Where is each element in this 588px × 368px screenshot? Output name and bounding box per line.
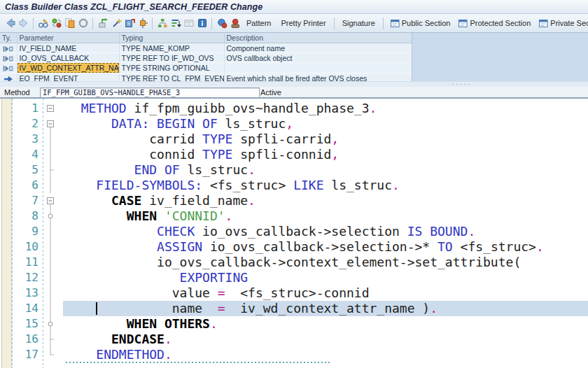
code-line-6[interactable]: 6 FIELD-SYMBOLS: <fs_struc> LIKE ls_stru… bbox=[0, 178, 588, 193]
forward-icon[interactable] bbox=[18, 17, 29, 29]
pattern-wand-icon[interactable] bbox=[110, 17, 122, 29]
line-number: 7 bbox=[13, 193, 38, 208]
code-text: END OF ls_struc. bbox=[66, 162, 255, 178]
description-cell[interactable]: Component name bbox=[224, 43, 412, 53]
code-line-4[interactable]: 4 connid TYPE spfli-connid, bbox=[0, 147, 588, 162]
toolbar-icon-group bbox=[96, 17, 149, 29]
section-icon bbox=[539, 20, 548, 27]
code-line-16[interactable]: 16 ENDCASE. bbox=[0, 332, 588, 347]
column-header-typing[interactable]: Typing bbox=[119, 33, 224, 43]
signature-button[interactable]: Signature bbox=[337, 17, 380, 29]
fold-marker-box[interactable] bbox=[44, 193, 57, 208]
fold-marker-line bbox=[44, 132, 57, 147]
parameter-cell[interactable]: IV_FIELD_NAME bbox=[17, 43, 119, 53]
text-cursor bbox=[96, 302, 97, 315]
back-icon[interactable] bbox=[4, 17, 16, 29]
parameter-row[interactable]: IV_WD_CONTEXT_ATTR_NAMETYPE STRING OPTIO… bbox=[0, 63, 412, 73]
syntax-check-icon[interactable] bbox=[123, 17, 135, 29]
typing-cell[interactable]: TYPE STRING OPTIONAL bbox=[119, 63, 224, 73]
code-line-15[interactable]: 15 WHEN OTHERS. bbox=[0, 316, 588, 332]
line-number: 4 bbox=[13, 147, 38, 162]
description-cell[interactable] bbox=[224, 63, 412, 73]
importing-parameter-icon bbox=[3, 45, 13, 52]
column-header-parameter[interactable]: Parameter bbox=[17, 33, 119, 43]
toolbar-icon-groups bbox=[4, 17, 241, 29]
toolbar-icon-group bbox=[36, 17, 90, 29]
parameter-row[interactable]: IO_OVS_CALLBACKTYPE REF TO IF_WD_OVSOVS … bbox=[0, 53, 412, 63]
application-toolbar: Pattern Pretty Printer Signature Public … bbox=[0, 14, 588, 33]
toolbar-icon-group bbox=[215, 17, 241, 29]
pattern-button[interactable]: Pattern bbox=[241, 17, 276, 29]
protected-section-button[interactable]: Protected Section bbox=[454, 17, 535, 29]
line-number: 3 bbox=[13, 132, 38, 147]
code-text: WHEN 'CONNID'. bbox=[66, 208, 232, 224]
parameter-cell[interactable]: IO_OVS_CALLBACK bbox=[17, 53, 119, 63]
toolbar-icon-group bbox=[4, 17, 30, 29]
fold-marker-line bbox=[44, 239, 57, 255]
method-bar: Method IF_FPM_GUIBB_OVS~HANDLE_PHASE_3 A… bbox=[0, 87, 588, 99]
parameter-row[interactable]: IV_FIELD_NAMETYPE NAME_KOMPComponent nam… bbox=[0, 43, 412, 53]
fold-marker-box[interactable] bbox=[44, 116, 57, 132]
check-objects-icon[interactable] bbox=[50, 17, 62, 29]
split-screen-icon[interactable] bbox=[183, 17, 195, 29]
trace-icon[interactable] bbox=[77, 17, 89, 29]
method-name-field[interactable]: IF_FPM_GUIBB_OVS~HANDLE_PHASE_3 bbox=[40, 87, 260, 98]
dispatch-icon[interactable] bbox=[136, 17, 148, 29]
display-change-icon[interactable] bbox=[37, 17, 49, 29]
parameters-region: Ty. Parameter Typing Description IV_FIEL… bbox=[0, 33, 588, 81]
column-header-description[interactable]: Description bbox=[224, 33, 412, 43]
line-number: 12 bbox=[13, 270, 38, 285]
private-section-label: Private Section bbox=[550, 19, 588, 27]
code-line-13[interactable]: 13 value = <fs_struc>-connid bbox=[0, 285, 588, 301]
class-builder-window: Class Builder Class ZCL_FLIGHT_SEARCH_FE… bbox=[0, 0, 588, 368]
code-line-7[interactable]: 7 CASE iv_field_name. bbox=[0, 193, 588, 208]
parameters-table: Ty. Parameter Typing Description IV_FIEL… bbox=[0, 33, 412, 83]
code-text: CASE iv_field_name. bbox=[66, 193, 255, 208]
section-icon bbox=[458, 20, 468, 27]
fold-marker-line bbox=[44, 285, 57, 301]
fold-marker-circle bbox=[44, 316, 57, 332]
abap-code-editor[interactable]: 1 METHOD if_fpm_guibb_ovs~handle_phase_3… bbox=[0, 99, 588, 368]
column-header-type[interactable]: Ty. bbox=[0, 33, 17, 43]
worklist-icon[interactable] bbox=[216, 17, 227, 29]
info-icon[interactable] bbox=[196, 17, 208, 29]
fold-marker-box-solo[interactable] bbox=[44, 101, 57, 116]
line-number: 8 bbox=[13, 208, 38, 224]
stamp-icon[interactable] bbox=[229, 17, 241, 29]
private-section-button[interactable]: Private Section bbox=[535, 17, 588, 29]
selected-parameter-cell[interactable]: IV_WD_CONTEXT_ATTR_NAME bbox=[18, 63, 119, 73]
code-text: FIELD-SYMBOLS: <fs_struc> LIKE ls_struc. bbox=[66, 178, 400, 193]
code-line-10[interactable]: 10 ASSIGN io_ovs_callback->selection->* … bbox=[0, 239, 588, 255]
copy-icon[interactable] bbox=[64, 17, 76, 29]
fold-marker-end bbox=[44, 347, 57, 362]
code-line-14[interactable]: 14 name = iv_wd_context_attr_name ). bbox=[0, 301, 588, 316]
code-line-12[interactable]: 12 EXPORTING bbox=[0, 270, 588, 285]
line-number: 14 bbox=[13, 301, 38, 316]
code-line-1[interactable]: 1 METHOD if_fpm_guibb_ovs~handle_phase_3… bbox=[0, 101, 588, 116]
fold-marker-line bbox=[44, 147, 57, 162]
fold-marker-circle bbox=[44, 208, 57, 224]
code-line-3[interactable]: 3 carrid TYPE spfli-carrid, bbox=[0, 132, 588, 147]
line-number: 15 bbox=[13, 316, 38, 332]
hierarchy-icon[interactable] bbox=[156, 17, 168, 29]
code-text: DATA: BEGIN OF ls_struc, bbox=[66, 116, 293, 132]
code-line-9[interactable]: 9 CHECK io_ovs_callback->selection IS BO… bbox=[0, 224, 588, 239]
fold-marker-line bbox=[44, 178, 57, 193]
description-cell[interactable]: OVS callback object bbox=[224, 53, 412, 63]
code-line-5[interactable]: 5 END OF ls_struc. bbox=[0, 162, 588, 178]
code-text: EXPORTING bbox=[66, 270, 248, 285]
code-line-11[interactable]: 11 io_ovs_callback->context_element->set… bbox=[0, 255, 588, 270]
toolbar-separator bbox=[33, 17, 34, 29]
code-line-8[interactable]: 8 WHEN 'CONNID'. bbox=[0, 208, 588, 224]
line-number: 10 bbox=[13, 239, 38, 255]
importing-parameter-icon bbox=[3, 55, 13, 62]
typing-cell[interactable]: TYPE REF TO IF_WD_OVS bbox=[119, 53, 224, 63]
code-line-2[interactable]: 2 DATA: BEGIN OF ls_struc, bbox=[0, 116, 588, 132]
typing-cell[interactable]: TYPE NAME_KOMP bbox=[119, 43, 224, 53]
code-text: ENDMETHOD. bbox=[66, 347, 172, 362]
public-section-button[interactable]: Public Section bbox=[386, 17, 455, 29]
code-line-17[interactable]: 17 ENDMETHOD. bbox=[0, 347, 588, 362]
sort-levels-icon[interactable] bbox=[169, 17, 181, 29]
pretty-printer-button[interactable]: Pretty Printer bbox=[276, 17, 330, 29]
where-used-icon[interactable] bbox=[97, 17, 108, 29]
